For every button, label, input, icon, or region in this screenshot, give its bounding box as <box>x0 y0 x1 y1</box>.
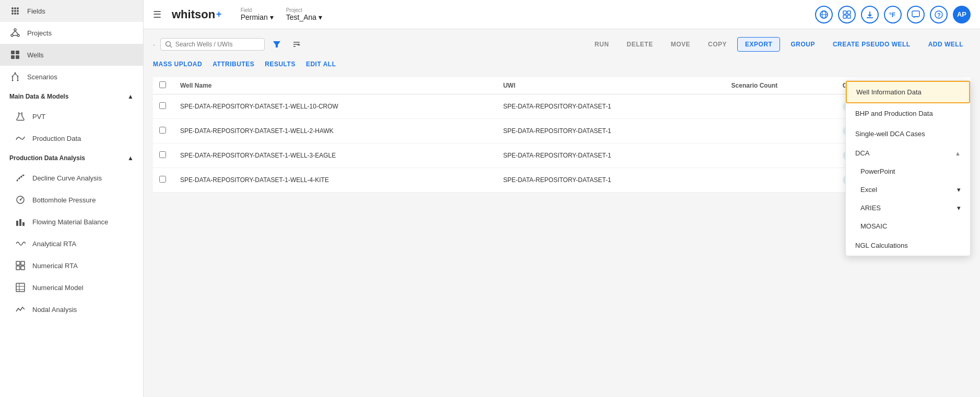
topbar-right: °F ? AP <box>815 6 971 23</box>
svg-text:°F: °F <box>889 11 895 19</box>
field-select-value[interactable]: Permian ▾ <box>241 13 274 21</box>
search-input[interactable] <box>175 41 249 48</box>
sidebar: Fields Projects Wells <box>0 0 144 397</box>
dropdown-item-aries-label: ARIES <box>860 204 881 212</box>
sidebar-item-numerical-rta-label: Numerical RTA <box>32 262 78 270</box>
row-checkbox[interactable] <box>159 102 166 109</box>
dropdown-item-ngl[interactable]: NGL Calculations <box>846 235 970 256</box>
export-button[interactable]: EXPORT <box>737 37 780 52</box>
group-button[interactable]: GROUP <box>783 38 822 51</box>
sidebar-item-decline-curve-label: Decline Curve Analysis <box>32 174 102 182</box>
logo: whitson+ <box>172 8 222 21</box>
svg-point-20 <box>12 76 14 78</box>
copy-button[interactable]: COPY <box>701 38 734 51</box>
sidebar-item-flowing-material[interactable]: Flowing Material Balance <box>5 211 143 233</box>
delete-button[interactable]: DELETE <box>619 38 660 51</box>
sidebar-item-production-data-label: Production Data <box>32 135 81 142</box>
svg-point-6 <box>11 13 14 15</box>
dropdown-item-single-well-dca[interactable]: Single-well DCA Cases <box>846 124 970 144</box>
svg-point-2 <box>17 7 19 9</box>
sidebar-item-production-data[interactable]: Production Data <box>5 127 143 149</box>
run-button[interactable]: RUN <box>587 38 617 51</box>
svg-point-9 <box>14 29 16 31</box>
grid2-icon <box>15 260 26 271</box>
toolbar-row: - R <box>153 37 971 52</box>
sidebar-item-pvt[interactable]: PVT <box>5 105 143 127</box>
sidebar-item-wells[interactable]: Wells <box>0 44 143 66</box>
svg-point-4 <box>14 10 16 12</box>
sidebar-item-fields[interactable]: Fields <box>0 0 143 22</box>
select-all-checkbox[interactable] <box>159 81 166 88</box>
dropdown-item-mosaic[interactable]: MOSAIC <box>846 217 970 235</box>
sort-button[interactable] <box>289 37 304 52</box>
section-main-data[interactable]: Main Data & Models ▲ <box>0 88 143 105</box>
dca-expand-icon: ▲ <box>955 150 961 157</box>
sub-action-row: MASS UPLOAD ATTRIBUTES RESULTS EDIT ALL <box>153 58 971 71</box>
sidebar-item-numerical-rta[interactable]: Numerical RTA <box>5 255 143 276</box>
scatter-icon <box>15 172 26 184</box>
mass-upload-button[interactable]: MASS UPLOAD <box>153 58 202 71</box>
topbar: ☰ whitson+ Field Permian ▾ Project Test_… <box>144 0 980 29</box>
row-checkbox[interactable] <box>159 127 166 134</box>
move-button[interactable]: MOVE <box>664 38 698 51</box>
sidebar-item-numerical-model[interactable]: Numerical Model <box>5 276 143 298</box>
svg-text:?: ? <box>937 11 941 18</box>
flask-icon <box>15 111 26 122</box>
temperature-btn[interactable]: °F <box>884 6 902 23</box>
add-well-button[interactable]: ADD WELL <box>921 38 971 51</box>
sidebar-item-projects[interactable]: Projects <box>0 22 143 44</box>
row-checkbox[interactable] <box>159 176 166 183</box>
avatar[interactable]: AP <box>953 6 971 23</box>
grid-btn[interactable] <box>838 6 856 23</box>
row-scenario-count <box>725 143 836 168</box>
row-uwi: SPE-DATA-REPOSITORY-DATASET-1 <box>497 143 725 168</box>
download-btn[interactable] <box>861 6 879 23</box>
sidebar-item-bottomhole[interactable]: Bottomhole Pressure <box>5 189 143 211</box>
row-well-name: SPE-DATA-REPOSITORY-DATASET-1-WELL-10-CR… <box>174 94 497 119</box>
dropdown-dca-header[interactable]: DCA ▲ <box>846 144 970 162</box>
create-pseudo-button[interactable]: CREATE PSEUDO WELL <box>825 38 918 51</box>
help-btn[interactable]: ? <box>930 6 948 23</box>
globe-btn[interactable] <box>815 6 833 23</box>
sidebar-item-scenarios[interactable]: Scenarios <box>0 66 143 88</box>
chat-btn[interactable] <box>907 6 925 23</box>
edit-all-button[interactable]: EDIT ALL <box>306 58 336 71</box>
wave2-icon <box>15 238 26 249</box>
svg-rect-52 <box>843 15 846 18</box>
dropdown-item-bhp[interactable]: BHP and Production Data <box>846 103 970 124</box>
menu-icon[interactable]: ☰ <box>153 9 161 20</box>
sidebar-item-nodal-analysis-label: Nodal Analysis <box>32 306 77 314</box>
dropdown-item-powerpoint[interactable]: PowerPoint <box>846 162 970 181</box>
svg-line-13 <box>15 31 18 34</box>
dropdown-dca-label: DCA <box>855 149 869 157</box>
sidebar-item-wells-label: Wells <box>27 51 44 59</box>
project-selector[interactable]: Project Test_Ana ▾ <box>286 7 322 21</box>
row-checkbox[interactable] <box>159 151 166 158</box>
dropdown-item-single-well-dca-label: Single-well DCA Cases <box>855 130 925 138</box>
sidebar-item-analytical-rta[interactable]: Analytical RTA <box>5 233 143 255</box>
sidebar-item-nodal-analysis[interactable]: Nodal Analysis <box>5 298 143 320</box>
dropdown-item-excel[interactable]: Excel ▾ <box>846 181 970 199</box>
dropdown-item-aries[interactable]: ARIES ▾ <box>846 199 970 217</box>
attributes-button[interactable]: ATTRIBUTES <box>212 58 254 71</box>
table2-icon <box>15 282 26 293</box>
field-selector[interactable]: Field Permian ▾ <box>241 7 274 21</box>
wave3-icon <box>15 304 26 315</box>
dropdown-item-well-info[interactable]: Well Information Data <box>846 81 970 103</box>
header-well-name: Well Name <box>174 77 497 94</box>
row-uwi: SPE-DATA-REPOSITORY-DATASET-1 <box>497 94 725 119</box>
filter-button[interactable] <box>269 37 285 52</box>
sidebar-item-decline-curve[interactable]: Decline Curve Analysis <box>5 167 143 189</box>
dropdown-item-bhp-label: BHP and Production Data <box>855 110 933 117</box>
action-buttons: RUN DELETE MOVE COPY EXPORT GROUP CREATE… <box>587 37 971 52</box>
svg-marker-61 <box>273 41 280 47</box>
svg-rect-16 <box>16 51 19 54</box>
results-button[interactable]: RESULTS <box>265 58 296 71</box>
row-scenario-count <box>725 94 836 119</box>
search-icon <box>165 41 172 48</box>
svg-rect-56 <box>912 11 919 17</box>
project-select-value[interactable]: Test_Ana ▾ <box>286 13 322 21</box>
section-production-analysis[interactable]: Production Data Analysis ▲ <box>0 149 143 167</box>
tree-icon <box>9 71 21 82</box>
dropdown-item-powerpoint-label: PowerPoint <box>860 167 895 175</box>
